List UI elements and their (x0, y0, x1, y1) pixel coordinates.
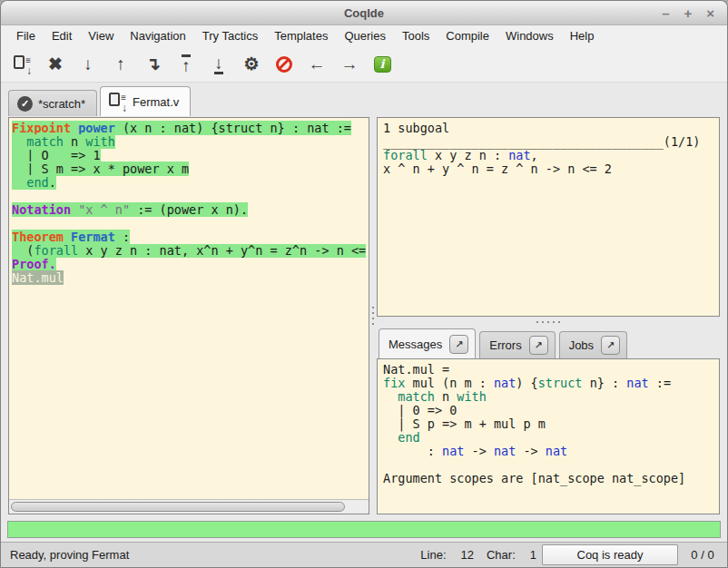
previous-occurrence-button[interactable]: ← (302, 51, 331, 78)
next-occurrence-button[interactable]: → (335, 51, 364, 78)
script-editor-panel: Fixpoint power (x n : nat) {struct n} : … (8, 117, 369, 514)
code-line: ______________________________________(1… (383, 135, 713, 149)
code-line: | S m => x * power x m (12, 162, 366, 176)
char-label: Char: (487, 548, 516, 562)
menu-help[interactable]: Help (562, 26, 603, 45)
tab-errors[interactable]: Errors ↗ (479, 331, 555, 358)
code-line: x ^ n + y ^ n = z ^ n -> n <= 2 (383, 162, 713, 176)
char-value: 1 (530, 548, 536, 562)
window-controls: – + × (662, 6, 727, 20)
detach-jobs-button[interactable]: ↗ (601, 336, 620, 355)
maximize-icon[interactable]: + (684, 6, 692, 20)
menu-compile[interactable]: Compile (438, 26, 497, 45)
fully-check-button[interactable]: ⚙ (237, 51, 266, 78)
menu-file[interactable]: File (8, 26, 44, 45)
code-line: match n with (383, 390, 713, 404)
code-line: : nat -> nat -> nat (383, 445, 713, 458)
line-value: 12 (461, 548, 474, 562)
scrollbar-thumb[interactable] (11, 502, 345, 512)
code-line: Notation "x ^ n" := (power x n). (12, 203, 366, 217)
menu-windows[interactable]: Windows (497, 26, 562, 45)
detach-icon: ↗ (606, 339, 615, 351)
code-line: Proof. (12, 258, 366, 271)
checkmark-icon: ✓ (17, 96, 33, 112)
backward-one-command-button[interactable]: ↑ (106, 51, 135, 78)
detach-icon: ↗ (455, 338, 463, 350)
next-occurrence-icon: → (341, 55, 359, 73)
file-icon: ≡ ↓ (109, 93, 127, 111)
code-line (383, 458, 713, 472)
code-line: Theorem Fermat : (12, 230, 366, 244)
detach-messages-button[interactable]: ↗ (449, 335, 468, 354)
code-line: 1 subgoal (383, 122, 713, 135)
menu-tools[interactable]: Tools (394, 26, 438, 45)
line-label: Line: (420, 548, 446, 562)
progress-area (1, 518, 727, 542)
close-icon[interactable]: × (706, 6, 714, 20)
script-editor[interactable]: Fixpoint power (x n : nat) {struct n} : … (9, 118, 369, 499)
interrupt-icon (276, 56, 292, 73)
previous-occurrence-icon: ← (309, 55, 326, 73)
go-to-end-icon: ↓ (214, 54, 223, 74)
tab-errors-label: Errors (489, 338, 521, 352)
go-to-cursor-icon: ↴ (146, 55, 161, 73)
main-area: Fixpoint power (x n : nat) {struct n} : … (1, 116, 727, 518)
code-line: end. (12, 176, 366, 190)
tab-messages[interactable]: Messages ↗ (379, 328, 476, 358)
forward-one-command-button[interactable]: ↓ (74, 51, 103, 78)
window-title: CoqIde (1, 6, 727, 20)
coq-status-indicator: Coq is ready (542, 544, 678, 565)
detach-icon: ↗ (535, 339, 543, 351)
detach-errors-button[interactable]: ↗ (529, 336, 548, 355)
end-command-button[interactable]: ✖ (41, 51, 70, 78)
code-line: fix mul (n m : nat) {struct n} : nat := (383, 377, 713, 390)
menu-queries[interactable]: Queries (336, 26, 394, 45)
menu-navigation[interactable]: Navigation (122, 26, 193, 45)
save-button[interactable]: ≡ ↓ (8, 51, 37, 78)
restart-button[interactable]: ↑ (172, 51, 201, 78)
code-line: | O => 1 (12, 149, 366, 162)
toolbar: ≡ ↓ ✖ ↓ ↑ ↴ ↑ ↓ ⚙ ← → (1, 46, 727, 83)
code-line: | S p => m + mul p m (383, 417, 713, 431)
message-tab-bar: Messages ↗ Errors ↗ Jobs ↗ (377, 328, 720, 358)
go-to-end-button[interactable]: ↓ (204, 51, 233, 78)
code-line: | 0 => 0 (383, 404, 713, 417)
tab-jobs[interactable]: Jobs ↗ (559, 331, 627, 358)
minimize-icon[interactable]: – (662, 6, 669, 20)
tab-jobs-label: Jobs (569, 338, 594, 352)
messages-panel: Nat.mul =fix mul (n m : nat) {struct n} … (377, 358, 720, 514)
code-line: (forall x y z n : nat, x^n + y^n = z^n -… (12, 244, 366, 258)
horizontal-scrollbar[interactable] (9, 499, 369, 514)
job-counter: 0 / 0 (687, 548, 718, 562)
about-icon: i (374, 56, 391, 73)
about-button[interactable]: i (368, 51, 397, 78)
menu-bar: File Edit View Navigation Try Tactics Te… (1, 25, 727, 46)
restart-icon: ↑ (182, 54, 191, 74)
code-line (12, 190, 366, 203)
progress-bar (7, 521, 721, 538)
forward-one-command-icon: ↓ (84, 55, 93, 73)
menu-templates[interactable]: Templates (266, 26, 336, 45)
code-line: Argument scopes are [nat_scope nat_scope… (383, 472, 713, 485)
code-line: Nat.mul (12, 271, 366, 285)
tab-fermat-label: Fermat.v (133, 95, 179, 109)
fully-check-icon: ⚙ (243, 55, 259, 73)
tab-scratch[interactable]: ✓ *scratch* (8, 90, 97, 116)
tab-scratch-label: *scratch* (38, 97, 85, 111)
code-line: match n with (12, 135, 366, 149)
right-column: 1 subgoal_______________________________… (377, 117, 720, 514)
backward-one-command-icon: ↑ (116, 55, 125, 73)
interrupt-button[interactable] (270, 51, 299, 78)
code-line (12, 217, 366, 230)
vertical-splitter[interactable] (369, 117, 377, 514)
menu-view[interactable]: View (80, 26, 122, 45)
go-to-cursor-button[interactable]: ↴ (139, 51, 168, 78)
menu-try-tactics[interactable]: Try Tactics (194, 26, 266, 45)
title-bar: CoqIde – + × (1, 1, 727, 25)
tab-messages-label: Messages (389, 338, 442, 351)
code-line: forall x y z n : nat, (383, 149, 713, 162)
tab-fermat[interactable]: ≡ ↓ Fermat.v (100, 86, 191, 116)
horizontal-splitter[interactable] (377, 317, 720, 328)
status-bar: Ready, proving Fermat Line: 12 Char: 1 C… (1, 542, 727, 567)
menu-edit[interactable]: Edit (44, 26, 80, 45)
